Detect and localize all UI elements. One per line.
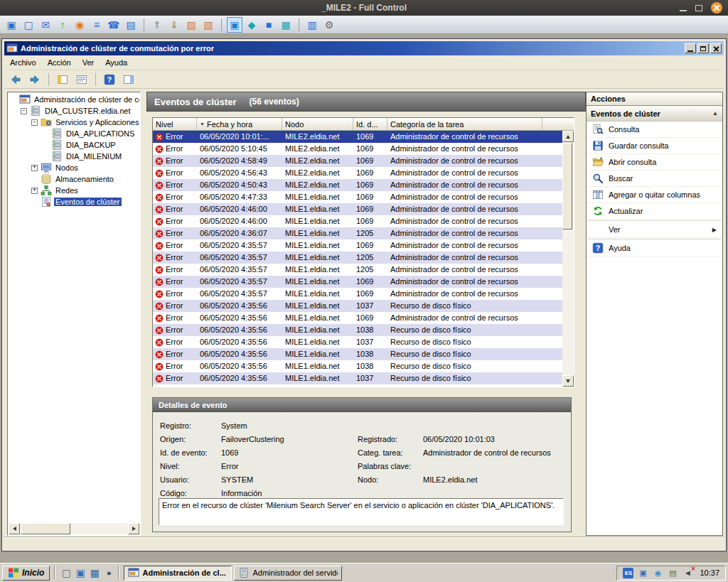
event-row[interactable]: Error06/05/2020 4:35:56MILE1.eldia.net10…: [153, 336, 562, 348]
event-row[interactable]: Error06/05/2020 4:46:00MILE1.eldia.net10…: [153, 215, 562, 227]
collapse-icon[interactable]: -: [21, 108, 27, 114]
action-agregar-o-quitar-columnas[interactable]: Agregar o quitar columnas: [587, 187, 722, 203]
event-row[interactable]: Error06/05/2020 4:35:56MILE1.eldia.net10…: [153, 348, 562, 360]
event-row[interactable]: Error06/05/2020 10:01:...MILE2.eldia.net…: [153, 131, 562, 143]
fit-screen-icon[interactable]: ▦: [278, 17, 294, 33]
maximize-button[interactable]: [697, 43, 709, 53]
windows-update-icon[interactable]: ◉: [652, 567, 663, 578]
back-button[interactable]: [7, 72, 24, 87]
event-row[interactable]: Error06/05/2020 4:35:57MILE1.eldia.net10…: [153, 288, 562, 300]
task-button-administrador-del-servidor[interactable]: Administrador del servidor: [234, 566, 342, 581]
tools-icon[interactable]: ⚙: [321, 17, 337, 33]
window-titlebar[interactable]: Administración de clúster de conmutación…: [4, 41, 724, 55]
expand-icon[interactable]: +: [31, 188, 38, 194]
quick-launch-desktop-icon[interactable]: ▦: [88, 566, 101, 579]
action-buscar[interactable]: Buscar: [587, 171, 722, 187]
menu-item-accion[interactable]: Acción: [42, 56, 77, 70]
action-consulta[interactable]: Consulta: [587, 122, 722, 138]
server-status-icon[interactable]: ▤: [667, 567, 678, 578]
table-vertical-scrollbar[interactable]: [562, 131, 574, 387]
send-mail-icon[interactable]: ✉: [38, 17, 53, 33]
menu-item-ayuda[interactable]: Ayuda: [100, 56, 133, 70]
event-row[interactable]: Error06/05/2020 4:35:56MILE1.eldia.net10…: [153, 324, 562, 336]
new-connection-icon[interactable]: ▢: [21, 17, 36, 33]
quick-launch-overflow-chevron[interactable]: »: [104, 568, 114, 577]
event-row[interactable]: Error06/05/2020 4:35:56MILE1.eldia.net10…: [153, 372, 562, 384]
tree-item-servicios-y-aplicaciones[interactable]: -Servicios y Aplicaciones: [9, 117, 139, 128]
event-row[interactable]: Error06/05/2020 5:10:45MILE2.eldia.net10…: [153, 143, 562, 155]
event-row[interactable]: Error06/05/2020 4:35:57MILE1.eldia.net10…: [153, 276, 562, 288]
file-transfer-icon[interactable]: ↑: [55, 17, 70, 33]
text-chat-icon[interactable]: ▤: [123, 17, 139, 33]
action-actualizar[interactable]: Actualizar: [587, 203, 722, 220]
column-header-nivel[interactable]: Nivel: [153, 118, 197, 131]
file-manager-icon[interactable]: ▨: [183, 17, 199, 33]
connection-options-icon[interactable]: ▣: [4, 17, 19, 33]
menu-item-ver[interactable]: Ver: [77, 56, 100, 70]
action-abrir-consulta[interactable]: Abrir consulta: [587, 154, 722, 171]
event-row[interactable]: Error06/05/2020 4:58:49MILE2.eldia.net10…: [153, 155, 562, 167]
action-ver[interactable]: Ver▶: [587, 222, 722, 238]
host-minimize-button[interactable]: [680, 10, 687, 11]
scrollbar-thumb[interactable]: [562, 143, 572, 230]
event-row[interactable]: Error06/05/2020 4:35:57MILE1.eldia.net12…: [153, 264, 562, 276]
tree-horizontal-scrollbar[interactable]: [9, 523, 139, 534]
event-row[interactable]: Error06/05/2020 4:35:56MILE1.eldia.net10…: [153, 300, 562, 312]
quick-launch-window-icon[interactable]: ▢: [60, 566, 73, 579]
tree-item-dia-milenium[interactable]: DIA_MILENIUM: [9, 151, 139, 162]
event-row[interactable]: Error06/05/2020 4:35:56MILE1.eldia.net10…: [153, 312, 562, 324]
scroll-down-button[interactable]: [562, 375, 574, 387]
host-maximize-button[interactable]: [695, 5, 702, 11]
conference-icon[interactable]: ≡: [89, 17, 105, 33]
volume-muted-icon[interactable]: ◄✕: [682, 567, 693, 578]
tree-item-administracion-de-cluster-de-conmu[interactable]: Administración de clúster de conmu: [9, 94, 139, 105]
start-button[interactable]: Inicio: [2, 566, 50, 581]
collapse-icon[interactable]: -: [31, 119, 38, 126]
export-list-button[interactable]: [73, 72, 90, 87]
event-row[interactable]: Error06/05/2020 4:35:56MILE1.eldia.net10…: [153, 360, 562, 372]
event-row[interactable]: Error06/05/2020 4:56:43MILE2.eldia.net10…: [153, 167, 562, 179]
action-ayuda[interactable]: Ayuda: [587, 240, 722, 257]
scale-view-icon[interactable]: ◆: [244, 17, 259, 33]
show-action-pane-button[interactable]: [120, 72, 137, 87]
collapse-section-icon[interactable]: ▲: [712, 110, 718, 117]
column-header-nodo[interactable]: Nodo: [282, 118, 353, 131]
event-message-box[interactable]: Error en el recurso de clúster 'Milenium…: [159, 498, 564, 525]
scroll-up-button[interactable]: [562, 131, 574, 142]
quick-launch-network-icon[interactable]: ▣: [74, 566, 87, 579]
action-guardar-consulta[interactable]: Guardar consulta: [587, 138, 722, 154]
show-console-tree-button[interactable]: [54, 72, 71, 87]
fullscreen-icon[interactable]: ▣: [227, 17, 242, 33]
tree-item-dia-aplications[interactable]: DIA_APLICATIONS: [9, 128, 139, 139]
event-row[interactable]: Error06/05/2020 4:35:57MILE1.eldia.net12…: [153, 252, 562, 264]
event-row[interactable]: Error06/05/2020 4:36:07MILE1.eldia.net12…: [153, 227, 562, 239]
ctrl-alt-del-icon[interactable]: ◉: [72, 17, 87, 33]
tree-item-nodos[interactable]: +Nodos: [9, 162, 139, 173]
close-button[interactable]: [710, 43, 722, 53]
tree-item-redes[interactable]: +Redes: [9, 185, 139, 196]
taskbar-clock[interactable]: 10:37: [697, 568, 719, 577]
tree-item-dia-backup[interactable]: DIA_BACKUP: [9, 139, 139, 151]
column-header-id-d[interactable]: Id. d...: [353, 118, 387, 131]
scroll-left-button[interactable]: [9, 523, 20, 534]
expand-icon[interactable]: +: [31, 165, 38, 171]
window-size-icon[interactable]: ■: [261, 17, 277, 33]
column-header-fecha-y-hora[interactable]: ▼Fecha y hora: [197, 118, 282, 131]
tree-item-dia-cluster-eldia-net[interactable]: -DIA_CLUSTER.eldia.net: [9, 105, 139, 117]
event-row[interactable]: Error06/05/2020 4:47:33MILE1.eldia.net10…: [153, 191, 562, 203]
forward-button[interactable]: [26, 72, 43, 87]
session-files-icon[interactable]: ▥: [304, 17, 320, 33]
folder-sync-icon[interactable]: ▧: [200, 17, 216, 33]
voice-chat-icon[interactable]: ☎: [106, 17, 122, 33]
clipboard-send-icon[interactable]: ⇑: [149, 17, 165, 33]
column-header-categoria-de-la-tarea[interactable]: Categoría de la tarea: [387, 118, 542, 131]
tree-item-almacenamiento[interactable]: Almacenamiento: [9, 173, 139, 185]
clipboard-get-icon[interactable]: ⇓: [166, 17, 182, 33]
task-button-administracion-de-cl[interactable]: Administración de cl...: [124, 566, 232, 581]
event-row[interactable]: Error06/05/2020 4:46:00MILE1.eldia.net10…: [153, 203, 562, 215]
actions-section-header[interactable]: Eventos de clúster ▲: [587, 106, 722, 122]
network-status-icon[interactable]: ▣: [637, 567, 648, 578]
language-indicator[interactable]: ES: [623, 568, 633, 578]
menu-item-archivo[interactable]: Archivo: [4, 56, 42, 70]
event-row[interactable]: Error06/05/2020 4:50:43MILE2.eldia.net10…: [153, 179, 562, 191]
